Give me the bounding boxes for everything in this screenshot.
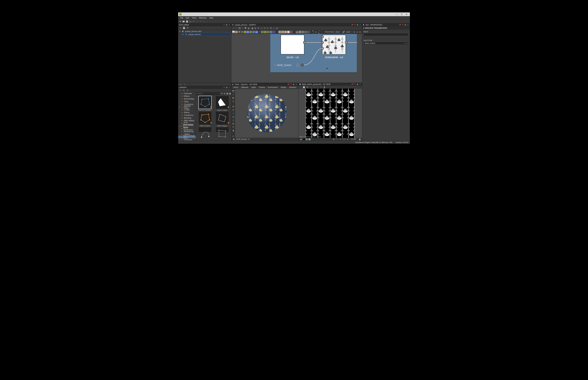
library-category[interactable]: ▾●Spline & Path Tools bbox=[178, 135, 196, 138]
menu-tools[interactable]: Tools bbox=[190, 17, 198, 19]
link-size-icon[interactable]: 🔗 bbox=[342, 31, 345, 33]
open-icon[interactable]: 📂 bbox=[182, 20, 185, 23]
tree-graph[interactable]: ▸ ⧉ yukata_kimono bbox=[182, 33, 230, 36]
panel-close-icon[interactable]: ✕ bbox=[359, 24, 361, 26]
save-icon[interactable]: 💾 bbox=[183, 27, 185, 29]
histogram-icon[interactable]: ▮ bbox=[323, 86, 326, 88]
atomic-o-icon[interactable] bbox=[267, 31, 269, 33]
library-thumb[interactable]: Paths Polygon bbox=[214, 112, 231, 127]
bg-checker-icon[interactable] bbox=[308, 138, 310, 140]
refresh-icon[interactable]: ↻ bbox=[183, 89, 185, 92]
lock-icon[interactable]: 🔒 bbox=[358, 138, 361, 141]
atomic-r-icon[interactable] bbox=[290, 31, 293, 33]
bg-black-icon[interactable] bbox=[303, 138, 305, 140]
grid-icon[interactable]: ⊞ bbox=[232, 122, 235, 125]
info-icon[interactable]: i bbox=[183, 83, 186, 86]
new-icon[interactable]: ▫ bbox=[299, 86, 302, 88]
parent-size-w[interactable]: 2048 bbox=[335, 31, 340, 33]
library-thumb[interactable]: Paths to Spline bbox=[197, 112, 213, 127]
library-category[interactable]: ●Blending bbox=[178, 116, 196, 119]
atomic-a-icon[interactable]: A bbox=[281, 31, 284, 33]
actual-icon[interactable]: 1:1 bbox=[343, 138, 345, 141]
atomic-bitmap-icon[interactable] bbox=[235, 31, 238, 33]
atomic-gradient-icon[interactable] bbox=[247, 31, 249, 33]
library-category[interactable]: ●Tiling bbox=[178, 100, 196, 103]
tile-icon[interactable]: ⊞ bbox=[332, 138, 335, 141]
camera-icon[interactable]: 📷 bbox=[232, 90, 235, 92]
light-icon[interactable]: ☼ bbox=[232, 93, 235, 96]
pin-icon[interactable]: 📌 bbox=[351, 83, 353, 85]
home-icon[interactable]: ⌂ bbox=[179, 89, 182, 92]
panel-max-icon[interactable]: ▣ bbox=[356, 24, 359, 26]
uv-icon[interactable]: ⊞ bbox=[309, 86, 312, 88]
redo-dropdown-icon[interactable]: ▾ bbox=[203, 20, 205, 23]
port-dot-icon[interactable]: —●— bbox=[315, 31, 318, 33]
home-icon[interactable]: ⤢ bbox=[232, 27, 235, 30]
atomic-y-icon[interactable] bbox=[264, 31, 266, 33]
panel-close-icon[interactable]: ✕ bbox=[295, 83, 298, 85]
library-category[interactable]: ●Transforms bbox=[178, 114, 196, 116]
atomic-svg-icon[interactable]: ✕ bbox=[238, 31, 241, 33]
reset-icon[interactable]: ↵ bbox=[232, 135, 235, 138]
grid-large-icon[interactable]: ▣ bbox=[228, 92, 231, 95]
rotate-icon[interactable]: ⟳ bbox=[232, 109, 235, 112]
panel-close-icon[interactable]: ✕ bbox=[228, 24, 230, 26]
more-right-icon[interactable]: ≫ bbox=[359, 31, 361, 33]
tree-package[interactable]: ▾ ◧ yukata_kimono.sbs* bbox=[179, 30, 230, 33]
library-category[interactable]: ●Normal Map bbox=[178, 97, 196, 100]
fit-icon[interactable]: ⛶ bbox=[235, 27, 238, 30]
window-close-button[interactable]: ✕ bbox=[404, 13, 409, 16]
center-icon[interactable]: ✛ bbox=[339, 138, 342, 141]
chevron-down-icon[interactable]: ▾ bbox=[363, 27, 364, 29]
library-category[interactable]: ●Mask Generators bbox=[178, 127, 196, 130]
library-thumb[interactable] bbox=[197, 127, 213, 132]
view3d-menu-item[interactable]: Renderer bbox=[288, 86, 298, 88]
view3d-menu-item[interactable]: Materials bbox=[240, 86, 250, 88]
view3d-menu-item[interactable]: Camera bbox=[258, 86, 266, 88]
atomic-p-icon[interactable] bbox=[284, 31, 287, 33]
atomic-w-icon[interactable] bbox=[287, 31, 290, 33]
info-icon[interactable]: i bbox=[320, 86, 322, 88]
library-thumb[interactable]: Path 2D Transform bbox=[197, 96, 213, 111]
atomic-blue-icon[interactable] bbox=[252, 31, 255, 33]
link-icon[interactable]: ⟳ bbox=[257, 27, 260, 30]
view3d-menu-item[interactable]: Display bbox=[279, 86, 287, 88]
view3d-canvas[interactable] bbox=[235, 89, 298, 138]
wand-icon[interactable]: ✎ bbox=[266, 27, 269, 30]
bake-icon[interactable]: ⚗ bbox=[269, 27, 272, 30]
graph-frame[interactable]: 32x32 - L8 2048x2048 - L8 → Motif_Switch bbox=[270, 34, 357, 72]
panel-max-icon[interactable]: ▣ bbox=[404, 24, 406, 26]
atomic-k-icon[interactable] bbox=[293, 31, 296, 33]
panel-restore-icon[interactable]: ❐ bbox=[354, 24, 356, 26]
menu-file[interactable]: File bbox=[179, 17, 185, 19]
save-icon[interactable]: 💾 bbox=[186, 20, 188, 23]
panel-close-icon[interactable]: ✕ bbox=[407, 24, 409, 26]
atomic-gr-icon[interactable] bbox=[296, 31, 298, 33]
sort-icon[interactable]: ⇅ bbox=[186, 27, 189, 29]
save-icon[interactable]: 💾 bbox=[303, 86, 305, 88]
library-category[interactable]: ●Channels bbox=[178, 92, 196, 95]
atomic-node-icon[interactable] bbox=[232, 31, 235, 33]
view3d-menu-item[interactable]: Lights bbox=[250, 86, 257, 88]
library-thumb[interactable]: Mask to Paths bbox=[214, 96, 231, 111]
panel-restore-icon[interactable]: ❐ bbox=[354, 83, 356, 85]
atomic-g2-icon[interactable] bbox=[261, 31, 264, 33]
save-all-icon[interactable]: 🗂 bbox=[189, 20, 192, 23]
move-icon[interactable]: ✥ bbox=[232, 105, 235, 108]
dot-icon[interactable]: ● bbox=[346, 138, 349, 141]
redo-icon[interactable]: ↷ bbox=[199, 20, 202, 23]
panel-close-icon[interactable]: ✕ bbox=[359, 83, 361, 85]
panel-max-icon[interactable]: ▣ bbox=[226, 24, 228, 26]
wire-icon[interactable]: ◇ bbox=[232, 119, 235, 122]
edit-icon[interactable]: ✎ bbox=[186, 89, 189, 92]
undo-dropdown-icon[interactable]: ▾ bbox=[196, 20, 199, 23]
undo-icon[interactable]: ↶ bbox=[192, 20, 195, 23]
highlight-icon[interactable]: ◐ bbox=[247, 27, 250, 30]
atomic-grid-icon[interactable]: ⊞ bbox=[258, 31, 261, 33]
window-minimize-button[interactable]: — bbox=[395, 13, 399, 16]
library-category[interactable]: ●Weathering bbox=[178, 130, 196, 133]
view3d-menu-item[interactable]: Environment bbox=[266, 86, 279, 88]
axis-icon[interactable]: ✛ bbox=[232, 126, 235, 128]
env-icon[interactable]: ◐ bbox=[232, 96, 235, 99]
panel-restore-icon[interactable]: ❐ bbox=[223, 24, 225, 26]
